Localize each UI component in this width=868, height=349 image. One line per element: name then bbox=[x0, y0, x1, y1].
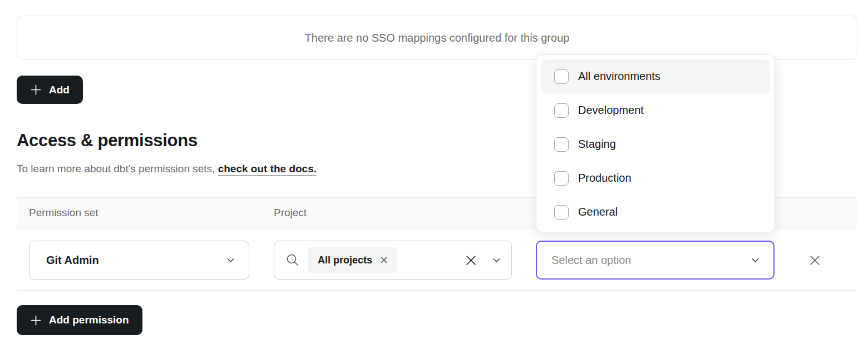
checkbox[interactable] bbox=[554, 103, 569, 118]
chevron-down-icon[interactable] bbox=[492, 256, 501, 265]
section-description: To learn more about dbt's permission set… bbox=[17, 163, 317, 175]
plus-icon bbox=[30, 84, 42, 96]
group-settings-page: There are no SSO mappings configured for… bbox=[0, 0, 868, 349]
add-permission-label: Add permission bbox=[49, 314, 129, 326]
add-sso-mapping-button[interactable]: Add bbox=[17, 76, 83, 104]
environment-select[interactable]: Select an option bbox=[536, 241, 775, 280]
sso-empty-message: There are no SSO mappings configured for… bbox=[305, 32, 570, 44]
add-button-label: Add bbox=[49, 84, 70, 96]
menu-item-development[interactable]: Development bbox=[541, 93, 770, 127]
remove-row-x-icon[interactable] bbox=[807, 252, 822, 268]
menu-item-label: Staging bbox=[578, 138, 616, 151]
description-text: To learn more about dbt's permission set… bbox=[17, 163, 215, 174]
chevron-down-icon bbox=[226, 256, 235, 265]
menu-item-all-environments[interactable]: All environments bbox=[541, 59, 770, 93]
menu-item-label: Production bbox=[578, 172, 632, 185]
column-header-project: Project bbox=[274, 207, 307, 219]
permission-set-select[interactable]: Git Admin bbox=[29, 241, 249, 280]
project-chip-label: All projects bbox=[318, 255, 372, 266]
page-title: Access & permissions bbox=[17, 131, 198, 151]
menu-item-production[interactable]: Production bbox=[541, 161, 770, 195]
column-header-permission-set: Permission set bbox=[29, 207, 98, 219]
chip-remove-icon[interactable] bbox=[380, 256, 388, 264]
plus-icon bbox=[30, 315, 42, 326]
clear-x-icon[interactable] bbox=[458, 254, 484, 267]
sso-mappings-empty-box: There are no SSO mappings configured for… bbox=[17, 16, 857, 60]
chevron-down-icon bbox=[751, 256, 760, 265]
project-chip[interactable]: All projects bbox=[308, 247, 397, 273]
menu-item-general[interactable]: General bbox=[541, 195, 770, 229]
search-icon bbox=[285, 253, 300, 267]
menu-item-label: All environments bbox=[578, 70, 660, 83]
menu-item-label: General bbox=[578, 206, 618, 218]
checkbox[interactable] bbox=[554, 171, 569, 186]
add-permission-button[interactable]: Add permission bbox=[17, 305, 142, 335]
menu-item-staging[interactable]: Staging bbox=[541, 127, 770, 161]
project-multiselect[interactable]: All projects bbox=[274, 241, 512, 280]
permission-set-value: Git Admin bbox=[46, 254, 226, 267]
checkbox[interactable] bbox=[554, 69, 569, 84]
checkbox[interactable] bbox=[554, 205, 569, 220]
environment-dropdown-menu: All environments Development Staging Pro… bbox=[536, 54, 775, 232]
checkbox[interactable] bbox=[554, 137, 569, 152]
menu-item-label: Development bbox=[578, 104, 644, 117]
docs-link[interactable]: check out the docs. bbox=[218, 163, 317, 174]
environment-placeholder: Select an option bbox=[551, 254, 751, 267]
